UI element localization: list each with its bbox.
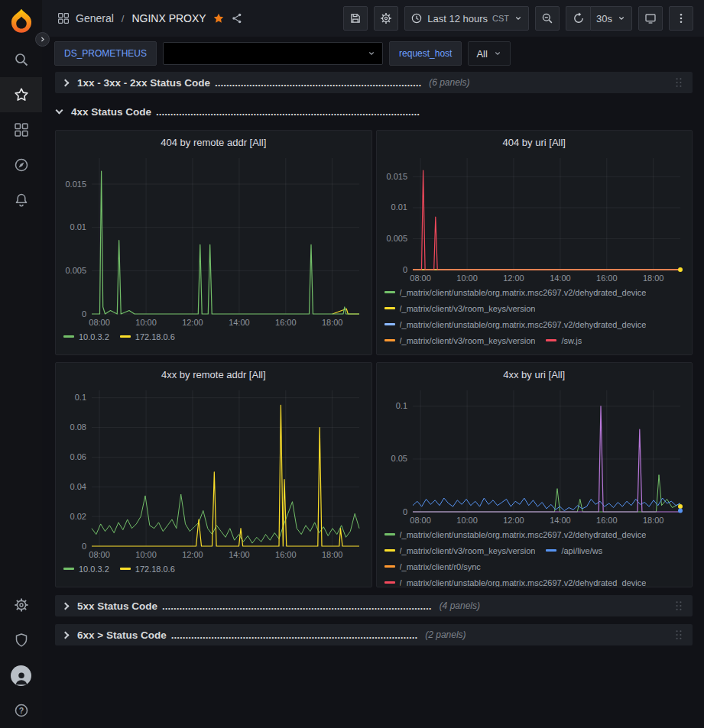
svg-text:0.05: 0.05 (391, 454, 407, 463)
series-label: /_matrix/client/unstable/org.matrix.msc2… (400, 530, 647, 539)
request-host-variable-select[interactable]: All (468, 41, 510, 66)
more-options-button[interactable] (669, 6, 693, 31)
chevron-down-icon (493, 49, 502, 58)
datasource-variable-select[interactable] (163, 42, 383, 65)
legend-item[interactable]: /_matrix/client/unstable/org.matrix.msc2… (384, 319, 647, 330)
legend-item[interactable]: /_matrix/client/v3/room_keys/version (384, 545, 536, 556)
sidebar-expand-button[interactable] (35, 32, 50, 47)
series-label: /api/live/ws (561, 546, 602, 555)
row-drag-handle-icon[interactable] (673, 628, 685, 642)
svg-text:10:00: 10:00 (456, 516, 478, 525)
grafana-flame-icon (8, 8, 35, 35)
series-label: /_matrix/client/v3/room_keys/version (400, 304, 536, 313)
clock-icon (410, 12, 423, 24)
svg-text:10:00: 10:00 (136, 318, 157, 327)
sidebar-item-search[interactable] (0, 42, 42, 77)
zoom-out-time-button[interactable] (535, 6, 560, 31)
timeseries-chart[interactable]: 0.0150.010.005008:0010:0012:0014:0016:00… (382, 154, 686, 285)
save-dashboard-button[interactable] (343, 6, 368, 31)
sidebar-item-dashboards[interactable] (0, 112, 42, 147)
sidebar-item-configuration[interactable] (0, 587, 42, 623)
legend-item[interactable]: /_matrix/client/unstable/org.matrix.msc2… (384, 286, 647, 298)
refresh-icon (573, 12, 585, 24)
svg-text:10:00: 10:00 (456, 273, 478, 283)
panel-4xx-by-uri: 4xx by uri [All] 0.10.05008:0010:0012:00… (376, 362, 693, 587)
refresh-button[interactable] (566, 6, 590, 31)
panel-title[interactable]: 4xx by remote addr [All] (56, 367, 371, 384)
timeseries-chart[interactable]: 0.10.080.060.040.02008:0010:0012:0014:00… (61, 386, 365, 561)
sidebar-item-explore[interactable] (0, 147, 42, 183)
row-drag-handle-icon[interactable] (673, 76, 685, 89)
series-label: 172.18.0.6 (135, 565, 175, 574)
svg-text:14:00: 14:00 (550, 516, 571, 525)
svg-text:08:00: 08:00 (410, 273, 431, 283)
svg-text:0.1: 0.1 (75, 393, 86, 402)
top-navbar: General / NGINX PROXY Last 12 hours CST (42, 0, 704, 37)
row-title-leader: ........................................… (156, 106, 420, 118)
sidebar-item-server-admin[interactable] (0, 623, 42, 658)
legend-item[interactable]: /sw.js (546, 335, 582, 346)
svg-text:08:00: 08:00 (89, 550, 111, 559)
panel-title[interactable]: 404 by uri [All] (377, 135, 693, 152)
dashboard-row-6xx[interactable]: 6xx > Status Code ......................… (55, 624, 693, 645)
legend-item[interactable]: 172.18.0.6 (120, 331, 175, 342)
series-color-swatch (63, 335, 74, 338)
favorite-star-icon[interactable] (212, 12, 225, 24)
panel-title[interactable]: 4xx by uri [All] (377, 367, 693, 384)
legend-item[interactable]: /_matrix/client/v3/room_keys/version (384, 303, 536, 314)
row-drag-handle-icon[interactable] (673, 599, 685, 613)
grafana-app: General / NGINX PROXY Last 12 hours CST (0, 0, 704, 728)
panel-title[interactable]: 404 by remote addr [All] (56, 135, 371, 152)
dashboard-variables-bar: DS_PROMETHEUS request_host All (42, 37, 704, 70)
series-label: 10.0.3.2 (79, 565, 109, 574)
svg-text:10:00: 10:00 (136, 550, 157, 559)
sidebar-item-profile[interactable] (0, 658, 42, 693)
legend-item[interactable]: 10.0.3.2 (63, 563, 109, 574)
dashboard-row-4xx[interactable]: 4xx Status Code ........................… (55, 101, 693, 122)
refresh-interval-picker[interactable]: 30s (590, 6, 632, 31)
dashboards-grid-icon (14, 122, 29, 138)
svg-text:0.06: 0.06 (70, 452, 86, 461)
svg-text:18:00: 18:00 (643, 273, 664, 283)
svg-text:08:00: 08:00 (89, 318, 111, 327)
datasource-variable-label[interactable]: DS_PROMETHEUS (54, 41, 157, 66)
compass-icon (14, 157, 29, 173)
svg-text:0.08: 0.08 (70, 422, 86, 432)
svg-text:0.1: 0.1 (395, 401, 407, 410)
timeseries-chart[interactable]: 0.0150.010.005008:0010:0012:0014:0016:00… (61, 154, 365, 329)
sidebar-item-starred[interactable] (0, 77, 42, 112)
legend-item[interactable]: /_matrix/client/unstable/org.matrix.msc2… (384, 529, 647, 540)
series-color-swatch (384, 581, 395, 584)
legend-item[interactable]: /_matrix/client/v3/room_keys/version (384, 335, 536, 346)
legend-item[interactable]: /api/live/ws (546, 545, 602, 556)
svg-text:14:00: 14:00 (229, 550, 250, 559)
gear-icon (380, 12, 392, 24)
search-icon (14, 52, 29, 67)
series-label: 10.0.3.2 (79, 332, 109, 341)
sidebar-item-help[interactable] (0, 693, 42, 728)
time-range-picker[interactable]: Last 12 hours CST (404, 6, 529, 31)
kiosk-mode-button[interactable] (638, 6, 663, 31)
dashboard-row-1xx-3xx-2xx[interactable]: 1xx - 3xx - 2xx Status Code ............… (55, 72, 693, 93)
svg-text:0: 0 (82, 309, 86, 319)
share-icon[interactable] (231, 12, 243, 24)
timeseries-chart[interactable]: 0.10.05008:0010:0012:0014:0016:0018:00 (382, 386, 686, 527)
series-label: 172.18.0.6 (135, 332, 175, 341)
svg-text:16:00: 16:00 (275, 318, 297, 327)
chevron-right-icon (62, 631, 70, 639)
legend-item[interactable]: 172.18.0.6 (120, 563, 175, 574)
request-host-variable-label[interactable]: request_host (389, 41, 462, 66)
legend-item[interactable]: 10.0.3.2 (63, 331, 109, 342)
legend-item[interactable]: /_matrix/client/r0/sync (384, 561, 481, 572)
sidebar-item-alerting[interactable] (0, 183, 42, 218)
panel-legend: 10.0.3.2172.18.0.6 (56, 561, 371, 587)
legend-item[interactable]: /_matrix/client/unstable/org.matrix.msc2… (384, 577, 647, 587)
dashboard-settings-button[interactable] (374, 6, 398, 31)
dashboard-row-5xx[interactable]: 5xx Status Code ........................… (55, 595, 693, 616)
series-color-swatch (120, 335, 131, 338)
breadcrumb-section[interactable]: General (76, 12, 114, 24)
timezone-label: CST (492, 14, 509, 23)
help-icon (14, 703, 29, 718)
panel-404-by-remote-addr: 404 by remote addr [All] 0.0150.010.0050… (55, 130, 372, 355)
sidebar-nav (0, 0, 42, 728)
